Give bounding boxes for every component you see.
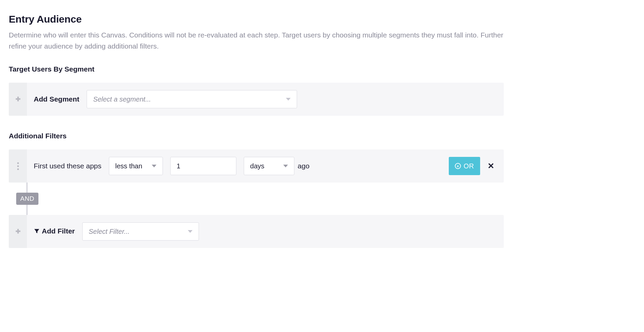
plus-icon: ✚ xyxy=(16,228,21,235)
filter-select-placeholder: Select Filter... xyxy=(89,228,130,236)
close-icon: ✕ xyxy=(488,161,494,170)
chevron-down-icon xyxy=(283,165,288,167)
chevron-down-icon xyxy=(152,165,156,167)
add-segment-handle[interactable]: ✚ xyxy=(9,83,27,116)
comparator-select[interactable]: less than xyxy=(109,157,163,175)
suffix-label: ago xyxy=(298,162,310,170)
add-filter-body: Add Filter Select Filter... xyxy=(27,215,504,248)
remove-filter-button[interactable]: ✕ xyxy=(488,161,497,171)
value-input[interactable]: 1 xyxy=(170,157,236,175)
and-pill: AND xyxy=(16,193,38,205)
entry-audience-container: Entry Audience Determine who will enter … xyxy=(0,0,513,261)
or-button-label: OR xyxy=(464,162,474,170)
add-filter-label: Add Filter xyxy=(34,227,75,236)
drag-handle-icon xyxy=(17,162,19,170)
add-segment-body: Add Segment Select a segment... xyxy=(27,83,504,116)
unit-value: days xyxy=(250,162,264,170)
add-filter-panel: ✚ Add Filter Select Filter... xyxy=(9,215,504,248)
chevron-down-icon xyxy=(286,98,291,101)
add-filter-handle[interactable]: ✚ xyxy=(9,215,27,248)
filter-row-handle[interactable] xyxy=(9,149,27,183)
plus-circle-icon: + xyxy=(455,163,461,169)
or-button[interactable]: + OR xyxy=(449,157,480,175)
chevron-down-icon xyxy=(188,230,193,233)
add-segment-panel: ✚ Add Segment Select a segment... xyxy=(9,83,504,116)
filter-row: First used these apps less than 1 days a… xyxy=(9,149,504,183)
add-segment-label: Add Segment xyxy=(34,95,79,103)
value-input-text: 1 xyxy=(177,162,180,170)
plus-icon: ✚ xyxy=(16,95,21,103)
page-description: Determine who will enter this Canvas. Co… xyxy=(9,30,504,52)
filter-field-label: First used these apps xyxy=(34,162,101,170)
unit-select[interactable]: days xyxy=(244,157,294,175)
segments-section-title: Target Users By Segment xyxy=(9,65,504,73)
segment-select-placeholder: Select a segment... xyxy=(93,95,151,103)
and-connector: AND xyxy=(9,183,504,215)
add-filter-label-text: Add Filter xyxy=(42,227,75,235)
filters-section-title: Additional Filters xyxy=(9,132,504,140)
segment-select[interactable]: Select a segment... xyxy=(87,90,297,108)
comparator-value: less than xyxy=(115,162,142,170)
funnel-icon xyxy=(34,228,40,236)
page-title: Entry Audience xyxy=(9,13,504,25)
filter-row-body: First used these apps less than 1 days a… xyxy=(27,149,504,183)
filter-select[interactable]: Select Filter... xyxy=(82,222,199,241)
